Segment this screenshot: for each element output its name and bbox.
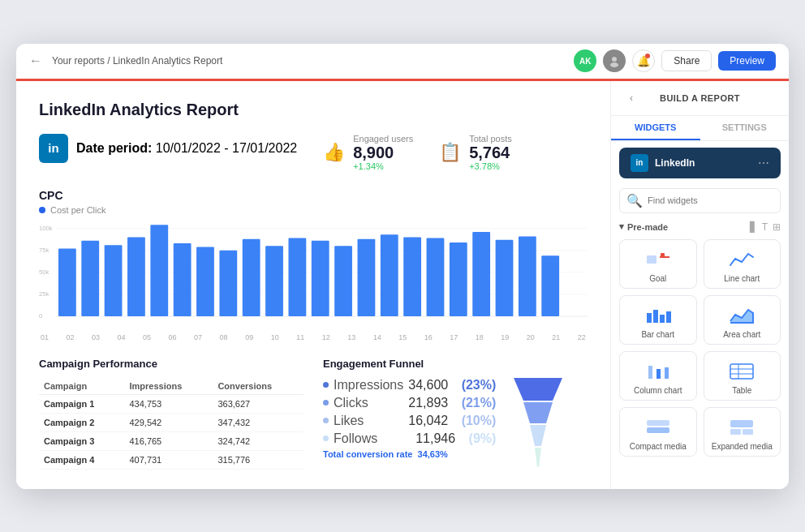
bar-widget-icon [644,304,673,327]
widget-card-label: Column chart [634,386,682,395]
tab-widgets[interactable]: WIDGETS [611,116,700,140]
svg-marker-34 [514,378,562,401]
engaged-users-value: 8,900 [353,144,413,161]
linkedin-source-icon: in [631,154,648,172]
bar-view-icon[interactable]: ▋ [750,221,757,233]
campaign-impressions: 434,753 [124,394,213,413]
svg-rect-31 [496,239,514,315]
svg-point-0 [612,57,617,62]
campaign-impressions: 429,542 [124,413,213,431]
campaign-name: Campaign 2 [39,413,124,431]
panel-tabs: WIDGETS SETTINGS [611,116,789,141]
widget-card-goal[interactable]: Goal [619,239,697,289]
funnel-item-label: Likes [334,414,403,428]
back-button[interactable]: ← [29,54,42,68]
svg-rect-44 [666,311,671,323]
campaign-name: Campaign 3 [39,431,124,450]
funnel-item-pct: (23%) [462,378,497,393]
funnel-item-value: 16,042 [408,414,448,428]
total-posts-data: Total posts 5,764 +3.78% [469,134,512,171]
svg-rect-46 [656,369,661,379]
table-widget-icon [727,360,756,383]
panel-header-title: BUILD A REPORT [660,93,740,103]
svg-rect-30 [472,232,490,316]
source-more-icon[interactable]: ⋯ [758,157,769,169]
widget-grid: GoalLine chartBar chartArea chartColumn … [611,239,789,465]
svg-rect-33 [541,255,559,316]
notification-bell[interactable]: 🔔 [632,49,655,72]
panel-back-button[interactable]: ‹ [622,89,640,107]
cpc-legend: Cost per Click [39,205,588,215]
engaged-users-change: +1.34% [353,161,413,171]
column-widget-icon [644,360,673,383]
total-posts-value: 5,764 [469,144,512,161]
svg-rect-47 [665,367,669,379]
widget-card-compact-media[interactable]: Compact media [619,407,697,457]
svg-rect-21 [265,246,283,316]
report-title: LinkedIn Analytics Report [39,101,588,119]
text-view-icon[interactable]: T [762,221,768,233]
svg-rect-27 [403,237,421,316]
widget-card-table[interactable]: Table [704,351,781,401]
funnel-legend-list: Impressions34,600 (23%)Clicks21,893 (21%… [323,378,496,467]
funnel-content: Impressions34,600 (23%)Clicks21,893 (21%… [323,378,588,467]
thumbs-up-icon: 👍 [323,142,345,163]
campaign-table: Campaign Impressions Conversions Campaig… [39,378,303,470]
funnel-section-title: Engagement Funnel [323,358,588,370]
table-row: Campaign 3416,765324,742 [39,431,303,450]
funnel-total: Total conversion rate 34,63% [323,449,496,459]
widget-search-box[interactable]: 🔍 [619,188,781,213]
grid-view-icon[interactable]: ⊞ [773,221,781,233]
widget-card-label: Area chart [723,330,760,339]
funnel-total-value: 34,63% [418,449,448,459]
svg-rect-28 [427,238,445,315]
svg-text:100k: 100k [39,224,53,231]
widget-card-line[interactable]: Line chart [704,239,781,289]
svg-point-1 [610,62,618,67]
linkedin-source-item[interactable]: in LinkedIn ⋯ [619,148,781,178]
svg-rect-17 [174,243,192,316]
funnel-dot-icon [323,418,329,423]
total-posts-block: 📋 Total posts 5,764 +3.78% [439,134,512,171]
svg-rect-53 [647,427,669,433]
widget-card-expanded-media[interactable]: Expanded media [704,407,781,457]
chart-svg: 100k 75k 50k 25k 0 [39,221,588,327]
preview-button[interactable]: Preview [718,51,776,71]
svg-rect-15 [127,237,145,316]
goal-widget-icon [644,248,673,271]
widget-card-label: Goal [649,274,666,283]
svg-rect-43 [660,315,665,323]
share-button[interactable]: Share [661,50,712,71]
svg-rect-22 [288,238,306,315]
tab-settings[interactable]: SETTINGS [700,116,790,140]
svg-rect-29 [450,242,467,316]
svg-rect-40 [661,253,665,257]
premade-icons: ▋ T ⊞ [750,221,781,233]
widget-card-area[interactable]: Area chart [704,295,781,345]
svg-rect-54 [730,420,753,427]
cpc-chart: 100k 75k 50k 25k 0 [39,221,588,327]
funnel-item-pct: (21%) [462,396,497,410]
compact-media-widget-icon [644,416,673,439]
funnel-legend-item: Impressions34,600 (23%) [323,378,496,393]
funnel-item-value: 11,946 [415,431,455,446]
funnel-wrap: Engagement Funnel Impressions34,600 (23%… [323,358,588,470]
svg-text:0: 0 [39,312,42,320]
funnel-item-value: 21,893 [408,396,448,410]
widget-card-label: Expanded media [712,442,773,451]
linkedin-source-label: LinkedIn [655,157,751,169]
widget-card-bar[interactable]: Bar chart [619,295,697,345]
svg-rect-42 [653,310,658,323]
stats-row: in Date period: 10/01/2022 - 17/01/2022 … [39,134,588,171]
widget-card-column[interactable]: Column chart [619,351,697,401]
svg-rect-26 [381,234,398,316]
chevron-down-icon[interactable]: ▾ [619,221,624,232]
search-input[interactable] [648,195,773,205]
widget-card-label: Bar chart [641,330,674,339]
avatar-ak: AK [574,49,596,72]
svg-rect-24 [334,246,352,316]
funnel-item-label: Clicks [334,396,403,410]
svg-rect-38 [647,255,656,264]
svg-rect-55 [730,429,741,435]
bottom-section: Campaign Performance Campaign Impression… [39,358,588,470]
